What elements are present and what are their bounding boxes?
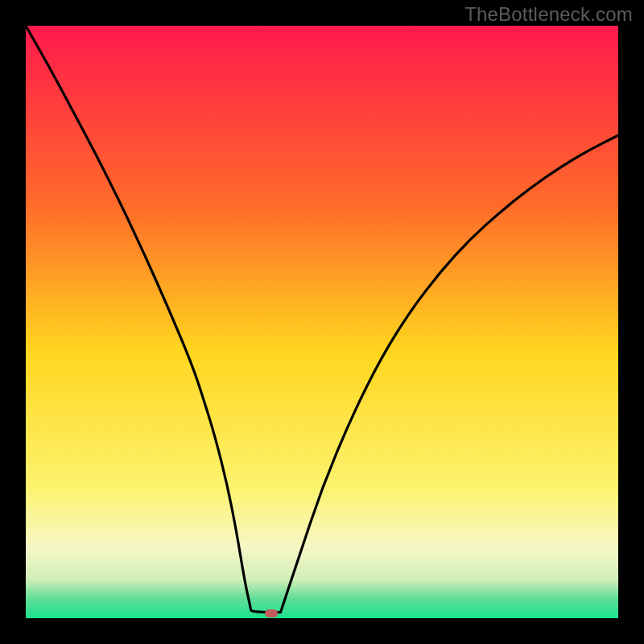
- optimal-point-marker: [265, 609, 278, 617]
- chart-svg: [26, 26, 618, 618]
- chart-plot-area: [26, 26, 618, 618]
- gradient-background: [26, 26, 618, 618]
- watermark-text: TheBottleneck.com: [464, 3, 633, 26]
- chart-frame: TheBottleneck.com: [0, 0, 644, 644]
